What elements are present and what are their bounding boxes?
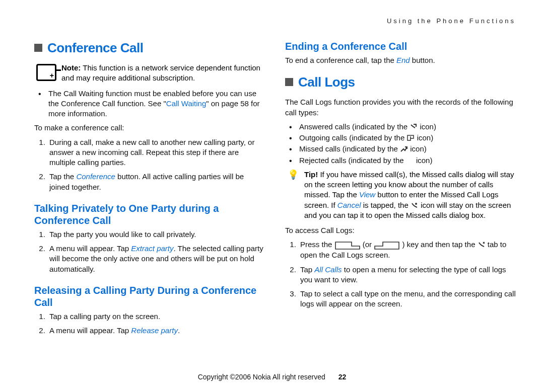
answered-icon (410, 123, 418, 130)
access-steps: Press the (or ) key and then tap the tab… (285, 240, 516, 309)
tip-icon: 💡 (287, 170, 299, 220)
softkey-right-icon (374, 241, 400, 250)
heading-releasing: Releasing a Calling Party During a Confe… (34, 284, 265, 308)
softkey-left-icon (334, 241, 361, 250)
all-calls-ref: All Calls (314, 265, 342, 274)
step: Tap to select a call type on the menu, a… (298, 289, 516, 309)
step: During a call, make a new call to anothe… (47, 137, 265, 168)
list-item: Outgoing calls (indicated by the icon) (285, 133, 516, 143)
step: Tap a calling party on the screen. (47, 311, 265, 322)
step: Press the (or ) key and then tap the tab… (298, 240, 516, 260)
page-number: 22 (338, 373, 347, 381)
running-head: Using the Phone Functions (387, 17, 516, 25)
view-button-ref: View (359, 190, 375, 199)
outgoing-icon (406, 134, 415, 141)
missed-dialog-icon (411, 202, 419, 209)
note-label: Note: (61, 63, 81, 72)
page-footer: Copyright ©2006 Nokia All right reserved… (0, 373, 544, 381)
call-waiting-link[interactable]: Call Waiting (166, 99, 206, 108)
talk-privately-steps: Tap the party you would like to call pri… (34, 229, 265, 274)
step: Tap the party you would like to call pri… (47, 229, 265, 240)
rejected-icon (406, 157, 414, 164)
make-call-intro: To make a conference call: (34, 123, 265, 133)
note-block: + Note: This function is a network servi… (34, 63, 265, 84)
right-column: Ending a Conference Call To end a confer… (285, 15, 516, 392)
ending-text: To end a conference call, tap the End bu… (285, 55, 516, 65)
tip-block: 💡 Tip! If you have missed call(s), the M… (285, 170, 516, 220)
prereq-item: The Call Waiting function must be enable… (34, 89, 265, 119)
note-text: Note: This function is a network service… (61, 63, 265, 84)
releasing-steps: Tap a calling party on the screen. A men… (34, 311, 265, 336)
end-button-ref: End (396, 56, 410, 64)
heading-ending: Ending a Conference Call (285, 40, 516, 52)
heading-text: Conference Call (47, 40, 143, 55)
cancel-ref: Cancel (337, 201, 361, 209)
note-icon: + (36, 64, 56, 81)
logs-intro: The Call Logs function provides you with… (285, 97, 516, 118)
step: Tap the Conference button. All active ca… (47, 172, 265, 192)
heading-conference-call: Conference Call (34, 40, 265, 56)
note-body: This function is a network service depen… (61, 63, 260, 82)
missed-icon (400, 145, 408, 152)
access-intro: To access Call Logs: (285, 225, 516, 236)
extract-party-ref: Extract party (131, 244, 173, 253)
square-bullet-icon (285, 78, 293, 86)
make-call-steps: During a call, make a new call to anothe… (34, 137, 265, 192)
step: A menu will appear. Tap Release party. (47, 326, 265, 336)
prereq-list: The Call Waiting function must be enable… (34, 89, 265, 119)
page-body: Conference Call + Note: This function is… (0, 0, 544, 392)
left-column: Conference Call + Note: This function is… (34, 15, 265, 392)
square-bullet-icon (34, 44, 42, 52)
release-party-ref: Release party (131, 326, 178, 335)
step: A menu will appear. Tap Extract party. T… (47, 244, 265, 274)
call-logs-tab-icon (478, 241, 486, 248)
step: Tap All Calls to open a menu for selecti… (298, 265, 516, 285)
heading-call-logs: Call Logs (285, 74, 516, 90)
list-item: Missed calls (indicated by the icon) (285, 144, 516, 154)
copyright: Copyright ©2006 Nokia All right reserved (198, 373, 325, 381)
heading-text: Call Logs (298, 74, 355, 90)
list-item: Answered calls (indicated by the icon) (285, 122, 516, 132)
heading-talk-privately: Talking Privately to One Party during a … (34, 202, 265, 226)
svg-point-0 (415, 203, 417, 205)
tip-text: Tip! If you have missed call(s), the Mis… (304, 170, 516, 220)
call-types-list: Answered calls (indicated by the icon) O… (285, 122, 516, 166)
tip-label: Tip! (304, 170, 318, 179)
conference-button-ref: Conference (76, 172, 115, 181)
list-item: Rejected calls (indicated by the icon) (285, 155, 516, 166)
